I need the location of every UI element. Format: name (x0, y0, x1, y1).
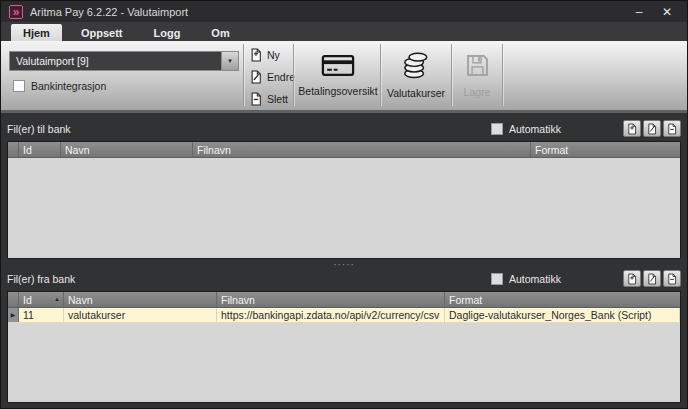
column-header-filnavn[interactable]: Filnavn (217, 292, 445, 307)
cell-format[interactable]: Daglige-valutakurser_Norges_Bank (Script… (445, 308, 680, 322)
cell-navn[interactable]: valutakurser (64, 308, 217, 322)
chevron-down-icon[interactable]: ▼ (221, 52, 238, 70)
window-title: Aritma Pay 6.2.22 - Valutaimport (30, 6, 188, 18)
main-area: Fil(er) til bank Automatikk Id (1, 113, 687, 408)
column-header-navn[interactable]: Navn (61, 142, 193, 157)
tab-hjem[interactable]: Hjem (11, 24, 62, 41)
betalingsoversikt-label: Betalingsoversikt (298, 85, 377, 97)
toolbar-separator (380, 44, 381, 106)
app-window: » Aritma Pay 6.2.22 - Valutaimport – ✕ H… (0, 0, 688, 409)
document-delete-icon (250, 92, 262, 106)
table-row[interactable]: ▶ 11 valutakurser https://bankingapi.zda… (8, 308, 680, 323)
automatikk-checkbox-fra-bank[interactable]: Automatikk (491, 273, 561, 285)
row-pointer-icon: ▶ (8, 308, 19, 322)
toolbar-ribbon: Valutaimport [9] ▼ Bankintegrasjon Ny En… (1, 41, 687, 113)
til-bank-table-body (8, 158, 680, 258)
column-header-filnavn[interactable]: Filnavn (193, 142, 531, 157)
tab-logg[interactable]: Logg (141, 24, 192, 41)
slett-label: Slett (267, 93, 288, 105)
endre-label: Endre (267, 71, 295, 83)
minimize-button[interactable]: – (625, 2, 653, 22)
profile-dropdown-value: Valutaimport [9] (10, 52, 221, 70)
tab-om[interactable]: Om (199, 24, 241, 41)
titlebar: » Aritma Pay 6.2.22 - Valutaimport – ✕ (1, 1, 687, 22)
toolbar-separator (502, 44, 503, 106)
panel-fra-bank-title: Fil(er) fra bank (7, 273, 75, 285)
menu-tabbar: Hjem Oppsett Logg Om (1, 22, 687, 41)
bankintegrasjon-checkbox[interactable]: Bankintegrasjon (13, 80, 106, 92)
til-bank-delete-button[interactable] (663, 120, 681, 137)
panel-til-bank-header: Fil(er) til bank Automatikk (7, 119, 681, 139)
ny-label: Ny (267, 49, 280, 61)
toolbar-separator (451, 44, 452, 106)
fra-bank-delete-button[interactable] (663, 270, 681, 287)
til-bank-actions (623, 120, 681, 137)
toolbar-separator (293, 44, 294, 106)
valutakurser-label: Valutakurser (387, 87, 445, 99)
coins-icon (400, 52, 432, 80)
lagre-label: Lagre (464, 86, 491, 98)
column-header-id[interactable]: Id (19, 142, 61, 157)
document-new-icon (250, 48, 262, 62)
fra-bank-edit-button[interactable] (643, 270, 661, 287)
endre-button[interactable]: Endre (250, 68, 295, 86)
column-header-navn[interactable]: Navn (64, 292, 217, 307)
document-edit-icon (250, 70, 262, 84)
tab-oppsett[interactable]: Oppsett (69, 24, 135, 41)
table-header-row: Id ▲ Navn Filnavn Format (8, 292, 680, 308)
column-header-format[interactable]: Format (445, 292, 680, 307)
document-edit-icon (647, 123, 657, 135)
til-bank-table: Id Navn Filnavn Format (7, 141, 681, 259)
splitter-handle[interactable]: ····· (7, 259, 681, 269)
window-controls: – ✕ (625, 2, 681, 22)
profile-dropdown[interactable]: Valutaimport [9] ▼ (9, 51, 239, 71)
fra-bank-table: Id ▲ Navn Filnavn Format ▶ 11 valutakurs… (7, 291, 681, 403)
automatikk-checkbox-til-bank[interactable]: Automatikk (491, 123, 561, 135)
ny-button[interactable]: Ny (250, 46, 280, 64)
close-button[interactable]: ✕ (653, 2, 681, 22)
valutakurser-button[interactable]: Valutakurser (382, 44, 450, 106)
betalingsoversikt-button[interactable]: Betalingsoversikt (297, 44, 379, 106)
column-header-id[interactable]: Id ▲ (19, 292, 64, 307)
column-header-id-label: Id (23, 294, 32, 306)
credit-card-icon (321, 53, 355, 78)
cell-filnavn[interactable]: https://bankingapi.zdata.no/api/v2/curre… (217, 308, 445, 322)
document-edit-icon (647, 273, 657, 285)
document-delete-icon (667, 273, 677, 285)
document-delete-icon (667, 123, 677, 135)
panel-til-bank-title: Fil(er) til bank (7, 123, 71, 135)
panel-fra-bank-header: Fil(er) fra bank Automatikk (7, 269, 681, 289)
checkbox-box (491, 123, 503, 135)
toolbar-separator (243, 44, 244, 106)
sort-ascending-icon: ▲ (54, 292, 60, 307)
selector-column-header (8, 292, 19, 307)
checkbox-box (491, 273, 503, 285)
fra-bank-table-body (8, 323, 680, 402)
splitter-dots-icon: ····· (333, 263, 355, 266)
floppy-disk-icon (464, 52, 491, 79)
document-new-icon (627, 273, 637, 285)
til-bank-new-button[interactable] (623, 120, 641, 137)
column-header-format[interactable]: Format (531, 142, 680, 157)
cell-id[interactable]: 11 (19, 308, 64, 322)
slett-button[interactable]: Slett (250, 90, 288, 108)
automatikk-label: Automatikk (509, 123, 561, 135)
table-header-row: Id Navn Filnavn Format (8, 142, 680, 158)
fra-bank-new-button[interactable] (623, 270, 641, 287)
selector-column-header (8, 142, 19, 157)
lagre-button[interactable]: Lagre (453, 44, 501, 106)
checkbox-box (13, 80, 25, 92)
fra-bank-actions (623, 270, 681, 287)
til-bank-edit-button[interactable] (643, 120, 661, 137)
bankintegrasjon-label: Bankintegrasjon (31, 80, 106, 92)
automatikk-label: Automatikk (509, 273, 561, 285)
app-logo-icon: » (9, 5, 23, 19)
document-new-icon (627, 123, 637, 135)
